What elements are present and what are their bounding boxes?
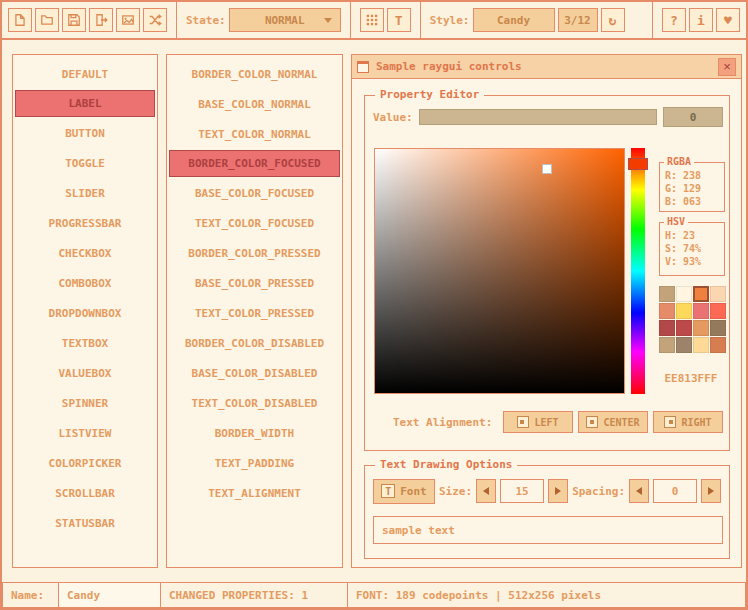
list-item-valuebox[interactable]: VALUEBOX	[13, 358, 157, 388]
list-item-border_color_focused[interactable]: BORDER_COLOR_FOCUSED	[169, 150, 340, 177]
align-left-button[interactable]: LEFT	[503, 411, 573, 433]
reload-style-button[interactable]: ↻	[601, 8, 625, 32]
open-file-button[interactable]	[35, 8, 59, 32]
save-file-button[interactable]	[62, 8, 86, 32]
property-editor-group: Property Editor Value: 0 RGBA R: 238 G: …	[364, 95, 730, 451]
font-button[interactable]: T Font	[373, 479, 435, 504]
sample-text-input[interactable]: sample text	[373, 516, 723, 544]
new-file-icon	[13, 13, 27, 27]
list-item-listview[interactable]: LISTVIEW	[13, 418, 157, 448]
list-item-dropdownbox[interactable]: DROPDOWNBOX	[13, 298, 157, 328]
close-button[interactable]: ×	[718, 58, 736, 76]
list-item-base_color_disabled[interactable]: BASE_COLOR_DISABLED	[167, 358, 342, 388]
shuffle-icon	[148, 13, 162, 27]
color-panel[interactable]	[374, 148, 625, 394]
list-item-textbox[interactable]: TEXTBOX	[13, 328, 157, 358]
palette-swatch[interactable]	[710, 337, 726, 353]
palette-swatch[interactable]	[693, 286, 709, 302]
palette-swatch[interactable]	[676, 337, 692, 353]
new-file-button[interactable]	[8, 8, 32, 32]
palette-swatch[interactable]	[693, 320, 709, 336]
random-style-button[interactable]	[143, 8, 167, 32]
rgba-group: RGBA R: 238 G: 129 B: 063	[659, 162, 725, 212]
list-item-base_color_pressed[interactable]: BASE_COLOR_PRESSED	[167, 268, 342, 298]
list-item-text_color_pressed[interactable]: TEXT_COLOR_PRESSED	[167, 298, 342, 328]
list-item-base_color_normal[interactable]: BASE_COLOR_NORMAL	[167, 89, 342, 119]
list-item-slider[interactable]: SLIDER	[13, 178, 157, 208]
palette-swatch[interactable]	[659, 303, 675, 319]
size-increase-button[interactable]	[548, 479, 568, 503]
hue-selector[interactable]	[628, 158, 648, 170]
text-edit-button[interactable]: T	[387, 8, 411, 32]
align-center-button[interactable]: CENTER	[578, 411, 648, 433]
palette-swatch[interactable]	[659, 337, 675, 353]
hue-bar[interactable]	[631, 148, 645, 394]
export-image-button[interactable]	[116, 8, 140, 32]
palette-swatch[interactable]	[659, 286, 675, 302]
align-left-icon	[517, 416, 529, 428]
palette-swatch[interactable]	[710, 286, 726, 302]
help-button[interactable]: ?	[662, 8, 686, 32]
hsv-group: HSV H: 23 S: 74% V: 93%	[659, 222, 725, 276]
list-item-text_color_normal[interactable]: TEXT_COLOR_NORMAL	[167, 119, 342, 149]
rgba-r-value: R: 238	[665, 169, 724, 182]
palette-swatch[interactable]	[693, 337, 709, 353]
controls-list: DEFAULTLABELBUTTONTOGGLESLIDERPROGRESSBA…	[12, 54, 158, 568]
property-editor-label: Property Editor	[375, 88, 484, 101]
list-item-border_color_normal[interactable]: BORDER_COLOR_NORMAL	[167, 59, 342, 89]
statusbar-name-value[interactable]: Candy	[58, 582, 161, 608]
spacing-value-box[interactable]: 0	[653, 479, 697, 503]
style-name-box[interactable]: Candy	[473, 8, 555, 32]
list-item-base_color_focused[interactable]: BASE_COLOR_FOCUSED	[167, 178, 342, 208]
list-item-toggle[interactable]: TOGGLE	[13, 148, 157, 178]
hsv-h-value: H: 23	[665, 229, 724, 242]
font-atlas-button[interactable]	[360, 8, 384, 32]
state-dropdown[interactable]: NORMAL	[229, 8, 341, 32]
list-item-text_color_focused[interactable]: TEXT_COLOR_FOCUSED	[167, 208, 342, 238]
font-t-icon: T	[381, 484, 395, 498]
spacing-increase-button[interactable]	[701, 479, 721, 503]
size-decrease-button[interactable]	[476, 479, 496, 503]
hsv-v-value: V: 93%	[665, 255, 724, 268]
palette-swatch[interactable]	[710, 320, 726, 336]
list-item-border_color_pressed[interactable]: BORDER_COLOR_PRESSED	[167, 238, 342, 268]
palette-swatch[interactable]	[676, 320, 692, 336]
list-item-label[interactable]: LABEL	[15, 90, 155, 117]
toolbar-separator	[420, 2, 421, 38]
list-item-text_alignment[interactable]: TEXT_ALIGNMENT	[167, 478, 342, 508]
export-file-button[interactable]	[89, 8, 113, 32]
list-item-scrollbar[interactable]: SCROLLBAR	[13, 478, 157, 508]
window-titlebar[interactable]: Sample raygui controls ×	[352, 55, 741, 79]
palette-swatch[interactable]	[676, 286, 692, 302]
list-item-checkbox[interactable]: CHECKBOX	[13, 238, 157, 268]
export-icon	[94, 13, 108, 27]
list-item-combobox[interactable]: COMBOBOX	[13, 268, 157, 298]
list-item-text_color_disabled[interactable]: TEXT_COLOR_DISABLED	[167, 388, 342, 418]
list-item-text_padding[interactable]: TEXT_PADDING	[167, 448, 342, 478]
list-item-colorpicker[interactable]: COLORPICKER	[13, 448, 157, 478]
list-item-progressbar[interactable]: PROGRESSBAR	[13, 208, 157, 238]
list-item-button[interactable]: BUTTON	[13, 118, 157, 148]
value-box[interactable]: 0	[663, 107, 723, 127]
list-item-spinner[interactable]: SPINNER	[13, 388, 157, 418]
spacing-label: Spacing:	[572, 485, 625, 498]
sponsor-button[interactable]: ♥	[716, 8, 740, 32]
palette-swatch[interactable]	[659, 320, 675, 336]
palette-swatch[interactable]	[693, 303, 709, 319]
align-right-button[interactable]: RIGHT	[653, 411, 723, 433]
color-cursor[interactable]	[542, 164, 552, 174]
value-slider[interactable]	[419, 109, 657, 125]
hex-value[interactable]: EE813FFF	[655, 372, 727, 385]
list-item-default[interactable]: DEFAULT	[13, 59, 157, 89]
info-button[interactable]: i	[689, 8, 713, 32]
spacing-decrease-button[interactable]	[629, 479, 649, 503]
palette-swatch[interactable]	[676, 303, 692, 319]
align-button-label: LEFT	[534, 417, 558, 428]
text-alignment-label: Text Alignment:	[393, 416, 492, 429]
palette-swatch[interactable]	[710, 303, 726, 319]
list-item-border_width[interactable]: BORDER_WIDTH	[167, 418, 342, 448]
size-value-box[interactable]: 15	[500, 479, 544, 503]
chevron-down-icon	[324, 18, 332, 23]
list-item-statusbar[interactable]: STATUSBAR	[13, 508, 157, 538]
list-item-border_color_disabled[interactable]: BORDER_COLOR_DISABLED	[167, 328, 342, 358]
